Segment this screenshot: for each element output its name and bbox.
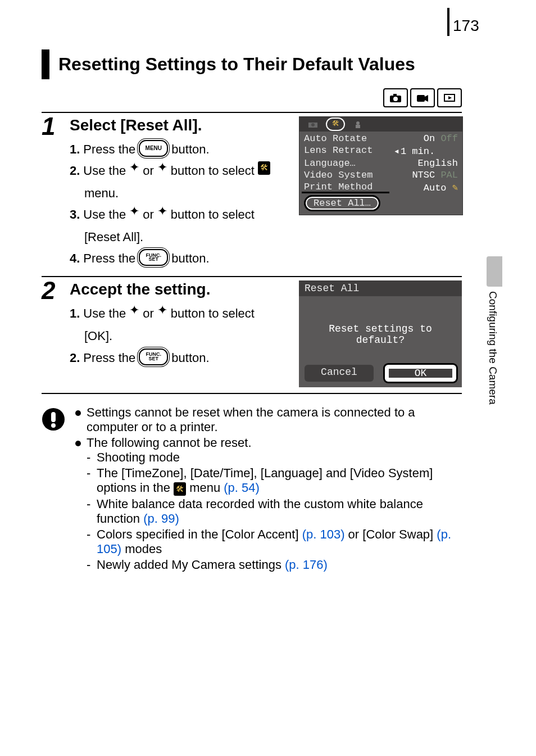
camera-screen-settings: 🛠 Auto RotateOn Off Lens Retract◂1 min. … [299, 116, 463, 215]
substep: 1. Press the MENU button. [70, 140, 293, 159]
substep: 4. Press the FUNC.SET button. [70, 249, 293, 268]
right-arrow-icon: ✦ [157, 161, 167, 174]
step-number: 1 [42, 113, 70, 277]
left-arrow-icon: ✦ [129, 161, 139, 174]
step-title: Accept the setting. [70, 280, 293, 298]
func-set-button-icon: FUNC.SET [139, 249, 168, 266]
playback-icon [437, 88, 462, 107]
pictbridge-icon: ✎ [452, 183, 458, 193]
note-subitem: The [TimeZone], [Date/Time], [Language] … [87, 466, 462, 495]
side-tab: Configuring the Camera [487, 256, 502, 425]
note-subitem: Newly added My Camera settings (p. 176) [87, 558, 462, 572]
note-subitem: White balance data recorded with the cus… [87, 497, 462, 526]
svg-marker-6 [448, 96, 452, 99]
svg-rect-10 [356, 125, 360, 128]
svg-rect-3 [417, 95, 425, 102]
svg-point-2 [393, 97, 398, 101]
camera-screen-confirm: Reset All Reset settings to default? Can… [299, 280, 462, 387]
svg-point-9 [356, 121, 360, 125]
mode-icons [383, 88, 462, 107]
right-arrow-icon: ✦ [157, 304, 167, 316]
svg-point-13 [51, 423, 56, 428]
down-arrow-icon: ✦ [157, 205, 167, 218]
page-link[interactable]: (p. 99) [143, 511, 179, 526]
section-title: Resetting Settings to Their Default Valu… [58, 54, 462, 75]
svg-rect-1 [393, 94, 397, 96]
svg-marker-4 [425, 95, 428, 102]
step-number: 2 [42, 277, 70, 393]
substep: 2. Press the FUNC.SET button. [70, 348, 293, 368]
step-title: Select [Reset All]. [70, 116, 293, 134]
svg-rect-12 [51, 412, 56, 422]
svg-point-8 [311, 123, 315, 126]
tools-menu-icon: 🛠 [258, 161, 270, 175]
header-rule [447, 8, 449, 36]
tools-menu-icon: 🛠 [174, 482, 186, 496]
tab-camera-icon [303, 119, 323, 130]
up-arrow-icon: ✦ [129, 205, 139, 218]
tab-person-icon [348, 119, 368, 130]
note-subitem: Shooting mode [87, 450, 462, 465]
menu-button-icon: MENU [139, 140, 168, 157]
substep: 3. Use the ✦ or ✦ button to select [Rese… [70, 205, 293, 247]
note-subitem: Colors specified in the [Color Accent] (… [87, 527, 462, 556]
step-row: 2 Accept the setting. 1. Use the ✦ or ✦ … [42, 276, 462, 394]
note-item: Settings cannot be reset when the camera… [75, 405, 462, 434]
left-arrow-icon: ✦ [129, 304, 139, 316]
page-link[interactable]: (p. 103) [302, 527, 345, 541]
section-title-block: Resetting Settings to Their Default Valu… [42, 49, 462, 79]
step-row: 1 Select [Reset All]. 1. Press the MENU … [42, 112, 462, 277]
substep: 2. Use the ✦ or ✦ button to select 🛠 men… [70, 161, 293, 203]
still-camera-icon [383, 88, 408, 107]
dialog-ok-button: OK [385, 365, 456, 382]
page-link[interactable]: (p. 54) [224, 481, 260, 495]
dialog-cancel-button: Cancel [305, 365, 374, 382]
important-note: Settings cannot be reset when the camera… [42, 405, 462, 573]
note-item: The following cannot be reset. Shooting … [75, 436, 462, 572]
substep: 1. Use the ✦ or ✦ button to select [OK]. [70, 304, 293, 346]
reset-all-menu-item: Reset All… [304, 195, 380, 211]
page-number: 173 [453, 17, 479, 35]
movie-camera-icon [410, 88, 435, 107]
func-set-button-icon: FUNC.SET [139, 348, 168, 365]
tab-tools-icon: 🛠 [325, 119, 346, 130]
caution-icon [42, 405, 65, 434]
page-link[interactable]: (p. 176) [285, 558, 328, 572]
